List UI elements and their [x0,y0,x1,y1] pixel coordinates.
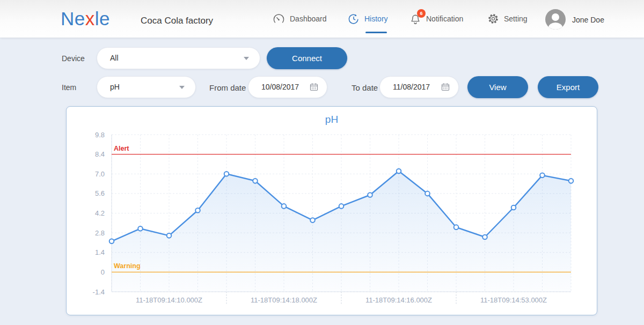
app-header: Nexle Coca Cola factory Dashboard Histor… [0,0,644,38]
data-point[interactable] [195,208,200,213]
data-point[interactable] [425,191,430,196]
y-tick-label: 5.6 [95,189,105,197]
active-tab-underline [365,32,387,33]
item-select-value: pH [110,77,120,98]
user-name[interactable]: Jone Doe [572,16,604,24]
chart-title: pH [67,114,597,125]
export-button[interactable]: Export [538,76,598,98]
from-date-label: From date [209,83,246,92]
data-point[interactable] [511,205,516,210]
y-tick-label: 1.4 [95,248,105,256]
nav-label: Dashboard [290,14,327,23]
data-point[interactable] [482,235,487,240]
chevron-down-icon [179,86,185,89]
alert-line-label: Alert [114,145,129,152]
x-tick-label: 11-18T09:14:53.000Z [480,296,547,304]
data-point[interactable] [540,173,545,178]
y-tick-label: 7.0 [95,170,105,178]
nav-item-setting[interactable]: Setting [487,0,528,38]
x-tick-label: 11-18T09:14:16.000Z [365,296,432,304]
connect-button[interactable]: Connect [267,47,347,69]
item-label: Item [62,83,76,92]
series-area [112,171,571,292]
data-point[interactable] [454,225,459,230]
y-tick-label: 9.8 [95,131,105,139]
device-select-value: All [110,48,119,69]
data-point[interactable] [397,169,401,174]
data-point[interactable] [167,233,172,238]
from-date-value: 10/08/2017 [261,77,299,98]
nav-item-dashboard[interactable]: Dashboard [273,0,327,38]
data-point[interactable] [138,226,143,231]
logo-text-2: le [95,8,110,29]
factory-title: Coca Cola factory [141,16,213,26]
bell-icon: 6 [409,13,421,25]
nav-item-notification[interactable]: 6 Notification [409,0,463,38]
from-date-input[interactable]: 10/08/2017 [248,76,327,98]
y-tick-label: 8.4 [95,150,105,158]
to-date-input[interactable]: 11/08/2017 [379,76,459,98]
data-point[interactable] [368,193,372,197]
y-tick-label: 4.2 [95,209,105,217]
y-tick-label: 0 [101,268,105,276]
calendar-icon [441,83,450,93]
data-point[interactable] [224,172,229,176]
history-icon [348,13,360,25]
data-point[interactable] [282,204,287,209]
notification-badge: 6 [417,9,426,18]
data-point[interactable] [109,239,114,244]
nexle-logo[interactable]: Nexle [61,8,110,29]
data-point[interactable] [569,179,574,183]
data-point[interactable] [310,218,315,223]
to-date-value: 11/08/2017 [393,77,430,98]
item-select[interactable]: pH [97,76,196,98]
avatar-person-icon [552,13,559,21]
chart-panel: pH 9.88.47.05.64.22.81.40-1.4AlertWarnin… [66,106,597,315]
gear-icon [487,13,499,25]
calendar-icon [310,83,318,93]
nav-item-history[interactable]: History [348,0,388,38]
to-date-label: To date [352,83,378,92]
logo-text-1: Ne [61,8,85,29]
logo-text-x: x [85,8,95,29]
warning-line-label: Warning [114,262,141,270]
nav-label: History [364,14,388,23]
data-point[interactable] [253,179,258,183]
view-button[interactable]: View [467,76,528,98]
y-tick-label: -1.4 [93,288,105,296]
ph-line-chart: 9.88.47.05.64.22.81.40-1.4AlertWarning11… [67,128,597,315]
x-tick-label: 11-18T09:14:10.000Z [136,296,202,304]
device-label: Device [62,54,85,63]
device-select[interactable]: All [97,47,260,69]
data-point[interactable] [339,204,344,209]
y-tick-label: 2.8 [95,229,105,237]
user-avatar[interactable] [545,9,566,29]
nav-label: Setting [504,14,528,23]
chevron-down-icon [244,57,249,60]
nav-label: Notification [426,14,463,23]
gauge-icon [273,13,285,25]
x-tick-label: 11-18T09:14:18.000Z [251,296,317,304]
